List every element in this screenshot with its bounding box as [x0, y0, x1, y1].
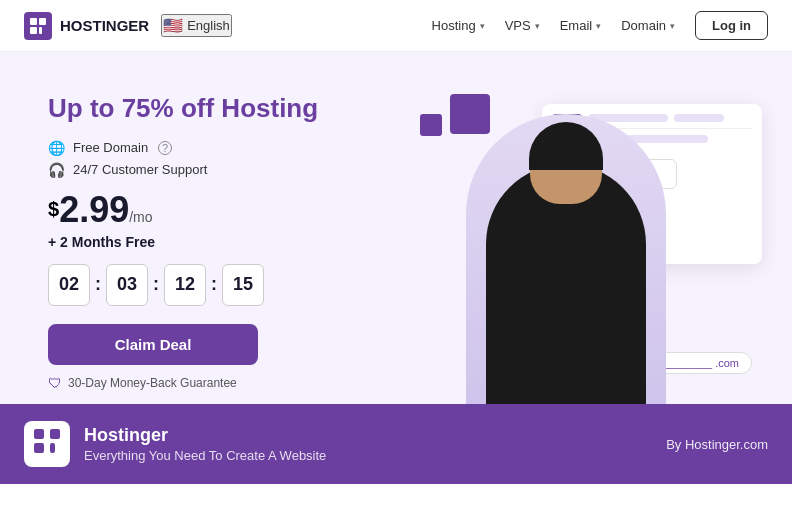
shield-icon: 🛡: [48, 375, 62, 391]
countdown-millis: 15: [222, 264, 264, 306]
chevron-down-icon: ▾: [670, 21, 675, 31]
navbar-right: Hosting ▾ VPS ▾ Email ▾ Domain ▾ Log in: [432, 11, 768, 40]
footer-logo-letter: [33, 428, 61, 460]
footer-logo-box: [24, 421, 70, 467]
hero-person-area: [400, 94, 732, 404]
feature-list: 🌐 Free Domain ? 🎧 24/7 Customer Support: [48, 140, 370, 178]
language-selector[interactable]: 🇺🇸 English: [161, 14, 232, 37]
countdown-minutes: 03: [106, 264, 148, 306]
nav-item-hosting[interactable]: Hosting ▾: [432, 18, 485, 33]
svg-rect-2: [30, 27, 37, 34]
claim-deal-button[interactable]: Claim Deal: [48, 324, 258, 365]
months-free-label: + 2 Months Free: [48, 234, 370, 250]
login-button[interactable]: Log in: [695, 11, 768, 40]
nav-item-domain[interactable]: Domain ▾: [621, 18, 675, 33]
price-period: /mo: [129, 209, 152, 225]
navbar-left: HOSTINGER 🇺🇸 English: [24, 12, 232, 40]
person-illustration: [456, 104, 676, 404]
person-arms: [491, 274, 641, 324]
nav-item-vps[interactable]: VPS ▾: [505, 18, 540, 33]
logo-icon: [24, 12, 52, 40]
svg-rect-4: [34, 429, 44, 439]
price-block: $2.99/mo: [48, 192, 370, 228]
feature-domain: 🌐 Free Domain ?: [48, 140, 370, 156]
nav-item-email[interactable]: Email ▾: [560, 18, 602, 33]
footer-text-block: Hostinger Everything You Need To Create …: [84, 425, 326, 463]
countdown-sep-1: :: [95, 274, 101, 295]
countdown-timer: 02 : 03 : 12 : 15: [48, 264, 370, 306]
headset-icon: 🎧: [48, 162, 65, 178]
hero-section: Up to 75% off Hosting 🌐 Free Domain ? 🎧 …: [0, 52, 792, 404]
svg-rect-7: [50, 443, 55, 453]
price-dollar-sign: $: [48, 198, 59, 221]
countdown-sep-3: :: [211, 274, 217, 295]
countdown-seconds: 12: [164, 264, 206, 306]
footer-by-label: By Hostinger.com: [666, 437, 768, 452]
logo[interactable]: HOSTINGER: [24, 12, 149, 40]
hero-right: + ‹ › www. __________ .com: [370, 84, 792, 404]
svg-rect-0: [30, 18, 37, 25]
guarantee-label: 🛡 30-Day Money-Back Guarantee: [48, 375, 370, 391]
countdown-sep-2: :: [153, 274, 159, 295]
chevron-down-icon: ▾: [480, 21, 485, 31]
chevron-down-icon: ▾: [596, 21, 601, 31]
chevron-down-icon: ▾: [535, 21, 540, 31]
hero-left: Up to 75% off Hosting 🌐 Free Domain ? 🎧 …: [0, 84, 370, 404]
price-amount: 2.99: [59, 189, 129, 230]
navbar: HOSTINGER 🇺🇸 English Hosting ▾ VPS ▾ Ema…: [0, 0, 792, 52]
svg-rect-1: [39, 18, 46, 25]
hero-title: Up to 75% off Hosting: [48, 92, 370, 126]
flag-icon: 🇺🇸: [163, 16, 183, 35]
countdown-hours: 02: [48, 264, 90, 306]
svg-rect-5: [50, 429, 60, 439]
footer-left: Hostinger Everything You Need To Create …: [24, 421, 326, 467]
footer-title: Hostinger: [84, 425, 326, 446]
logo-text: HOSTINGER: [60, 17, 149, 34]
feature-support: 🎧 24/7 Customer Support: [48, 162, 370, 178]
footer-strip: Hostinger Everything You Need To Create …: [0, 404, 792, 484]
svg-rect-3: [39, 27, 42, 34]
svg-rect-6: [34, 443, 44, 453]
lang-label: English: [187, 18, 230, 33]
globe-icon: 🌐: [48, 140, 65, 156]
footer-subtitle: Everything You Need To Create A Website: [84, 448, 326, 463]
help-icon[interactable]: ?: [158, 141, 172, 155]
